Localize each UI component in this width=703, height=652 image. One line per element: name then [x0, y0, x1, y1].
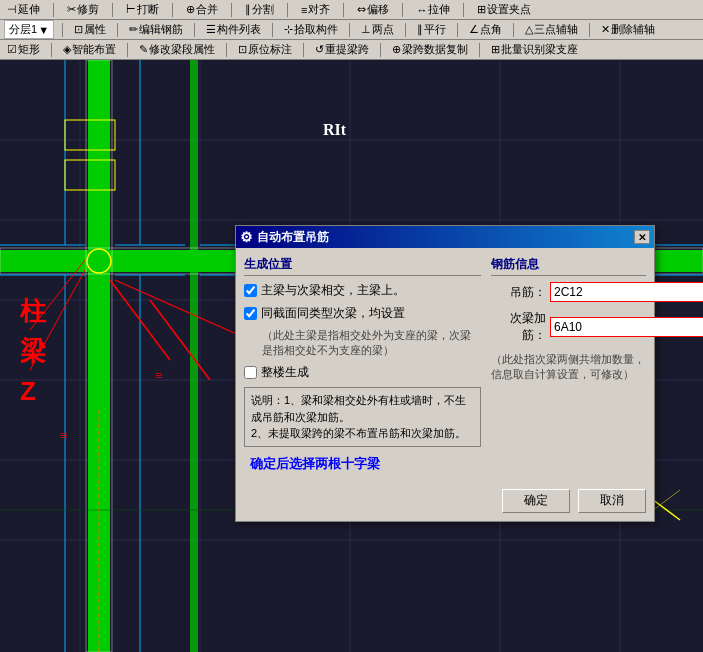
toolbar-row2: 分层1 ▼ ⊡ 属性 ✏ 编辑钢筋 ☰ 构件列表 ⊹ 拾取构件 ⊥ 两点 ∥ 平… — [0, 20, 703, 40]
sep13 — [349, 23, 350, 37]
checkbox-same-section[interactable] — [244, 307, 257, 320]
sep2 — [112, 3, 113, 17]
confirm-text: 确定后选择两根十字梁 — [250, 456, 380, 471]
dialog-titlebar[interactable]: ⚙ 自动布置吊筋 ✕ — [236, 226, 654, 248]
toolbar-copy-span[interactable]: ⊕ 梁跨数据复制 — [389, 41, 471, 58]
sep9 — [62, 23, 63, 37]
sep16 — [513, 23, 514, 37]
note-text-1: （此处主梁是指相交处外为支座的梁，次梁是指相交处不为支座的梁） — [262, 328, 481, 359]
field-row-sub-rebar: 次梁加筋： — [491, 310, 646, 344]
toolbar-break[interactable]: ⊢ 打断 — [123, 1, 162, 18]
toolbar-offset[interactable]: ⇔ 偏移 — [354, 1, 392, 18]
dialog-body: 生成位置 主梁与次梁相交，主梁上。 同截面同类型次梁，均设置 （此处主梁是指相交… — [236, 248, 654, 485]
checkbox-row-3: 整楼生成 — [244, 364, 481, 381]
note-right: （此处指次梁两侧共增加数量，信息取自计算设置，可修改） — [491, 352, 646, 383]
sep6 — [343, 3, 344, 17]
toolbar-merge[interactable]: ⊕ 合并 — [183, 1, 221, 18]
toolbar-two-point[interactable]: ⊥ 两点 — [358, 21, 397, 38]
sep14 — [405, 23, 406, 37]
toolbar-comp-list[interactable]: ☰ 构件列表 — [203, 21, 264, 38]
confirm-text-area: 确定后选择两根十字梁 — [244, 451, 481, 477]
toolbar-parallel[interactable]: ∥ 平行 — [414, 21, 449, 38]
dialog-title: 自动布置吊筋 — [257, 229, 329, 246]
field-sub-rebar-input[interactable] — [550, 317, 703, 337]
toolbar-three-point[interactable]: △ 三点辅轴 — [522, 21, 581, 38]
field-row-hanger: 吊筋： — [491, 282, 646, 302]
toolbar-row3: ☑ 矩形 ◈ 智能布置 ✎ 修改梁段属性 ⊡ 原位标注 ↺ 重提梁跨 ⊕ 梁跨数… — [0, 40, 703, 60]
checkbox-whole-floor[interactable] — [244, 366, 257, 379]
toolbar-mod-segment[interactable]: ✎ 修改梁段属性 — [136, 41, 218, 58]
sep21 — [303, 43, 304, 57]
svg-text:RIt: RIt — [323, 121, 347, 138]
sep5 — [287, 3, 288, 17]
sep3 — [172, 3, 173, 17]
cancel-button[interactable]: 取消 — [578, 489, 646, 513]
toolbar-stretch[interactable]: ↔ 拉伸 — [413, 1, 453, 18]
dialog-right-panel: 钢筋信息 吊筋： 次梁加筋： （此处指次梁两侧共增加数量，信息取自计算设置，可修… — [491, 256, 646, 477]
sep19 — [127, 43, 128, 57]
dialog-close-button[interactable]: ✕ — [634, 230, 650, 244]
sep7 — [402, 3, 403, 17]
checkbox-main-beam[interactable] — [244, 284, 257, 297]
checkbox-whole-floor-label: 整楼生成 — [261, 364, 309, 381]
toolbar-trim[interactable]: ✂ 修剪 — [64, 1, 102, 18]
section-title-rebar: 钢筋信息 — [491, 256, 646, 276]
dialog-footer: 确定 取消 — [236, 485, 654, 521]
toolbar-attr[interactable]: ⊡ 属性 — [71, 21, 109, 38]
svg-text:≡: ≡ — [155, 368, 163, 383]
toolbar-del-aux[interactable]: ✕ 删除辅轴 — [598, 21, 658, 38]
field-hanger-input[interactable] — [550, 282, 703, 302]
ok-button[interactable]: 确定 — [502, 489, 570, 513]
toolbar-grip[interactable]: ⊞ 设置夹点 — [474, 1, 534, 18]
toolbar-align[interactable]: ≡ 对齐 — [298, 1, 333, 18]
description-area: 说明：1、梁和梁相交处外有柱或墙时，不生成吊筋和次梁加筋。 2、未提取梁跨的梁不… — [244, 387, 481, 447]
svg-text:Z: Z — [20, 376, 36, 406]
toolbar-angle[interactable]: ∠ 点角 — [466, 21, 505, 38]
svg-text:柱: 柱 — [19, 296, 47, 326]
dialog-auto-hanger: ⚙ 自动布置吊筋 ✕ 生成位置 主梁与次梁相交，主梁上。 同截面同类型次梁，均设… — [235, 225, 655, 522]
sep23 — [479, 43, 480, 57]
toolbar-pick[interactable]: ⊹ 拾取构件 — [281, 21, 341, 38]
checkbox-same-section-label: 同截面同类型次梁，均设置 — [261, 305, 405, 322]
checkbox-row-1: 主梁与次梁相交，主梁上。 — [244, 282, 481, 299]
field-sub-rebar-label: 次梁加筋： — [491, 310, 546, 344]
layer-selector[interactable]: 分层1 ▼ — [4, 20, 54, 39]
sep1 — [53, 3, 54, 17]
checkbox-rect[interactable]: ☑ 矩形 — [4, 41, 43, 58]
toolbar-inplace-anno[interactable]: ⊡ 原位标注 — [235, 41, 295, 58]
toolbar-extend[interactable]: ⊣ 延伸 — [4, 1, 43, 18]
toolbar-batch-id[interactable]: ⊞ 批量识别梁支座 — [488, 41, 581, 58]
svg-text:≡: ≡ — [60, 428, 68, 443]
dialog-icon: ⚙ — [240, 229, 253, 245]
sep18 — [51, 43, 52, 57]
dialog-title-area: ⚙ 自动布置吊筋 — [240, 229, 329, 246]
checkbox-row-2: 同截面同类型次梁，均设置 — [244, 305, 481, 322]
sep8 — [463, 3, 464, 17]
description-line2: 2、未提取梁跨的梁不布置吊筋和次梁加筋。 — [251, 425, 474, 442]
sep17 — [589, 23, 590, 37]
sep15 — [457, 23, 458, 37]
sep22 — [380, 43, 381, 57]
dialog-left-panel: 生成位置 主梁与次梁相交，主梁上。 同截面同类型次梁，均设置 （此处主梁是指相交… — [244, 256, 481, 477]
toolbar-re-span[interactable]: ↺ 重提梁跨 — [312, 41, 372, 58]
sep20 — [226, 43, 227, 57]
sep11 — [194, 23, 195, 37]
sep12 — [272, 23, 273, 37]
sep10 — [117, 23, 118, 37]
svg-rect-12 — [88, 60, 110, 652]
section-title-position: 生成位置 — [244, 256, 481, 276]
toolbar-row1: ⊣ 延伸 ✂ 修剪 ⊢ 打断 ⊕ 合并 ∥ 分割 ≡ 对齐 ⇔ 偏移 ↔ 拉伸 … — [0, 0, 703, 20]
toolbar-edit-rebar[interactable]: ✏ 编辑钢筋 — [126, 21, 186, 38]
svg-text:梁: 梁 — [20, 336, 46, 366]
description-line1: 说明：1、梁和梁相交处外有柱或墙时，不生成吊筋和次梁加筋。 — [251, 392, 474, 425]
toolbar-smart-place[interactable]: ◈ 智能布置 — [60, 41, 119, 58]
field-hanger-label: 吊筋： — [491, 284, 546, 301]
toolbar-split[interactable]: ∥ 分割 — [242, 1, 277, 18]
sep4 — [231, 3, 232, 17]
checkbox-main-beam-label: 主梁与次梁相交，主梁上。 — [261, 282, 405, 299]
